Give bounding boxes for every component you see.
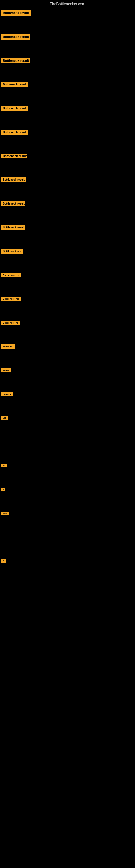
bottleneck-row-11: Bottleneck res bbox=[0, 246, 135, 270]
bottleneck-label-2[interactable]: Bottleneck result bbox=[1, 34, 30, 40]
empty-row-26 bbox=[0, 604, 135, 628]
bar-indicator-3 bbox=[1, 846, 1, 849]
bottleneck-label-9[interactable]: Bottleneck result bbox=[1, 201, 26, 206]
empty-row-32 bbox=[0, 748, 135, 771]
bottleneck-label-8[interactable]: Bottleneck result bbox=[1, 177, 26, 182]
bottleneck-label-1[interactable]: Bottleneck result bbox=[1, 10, 31, 16]
empty-row-23 bbox=[0, 533, 135, 557]
empty-row-27 bbox=[0, 628, 135, 652]
bottleneck-row-16: Bottle bbox=[0, 366, 135, 390]
bottleneck-label-24[interactable]: Bo bbox=[1, 559, 6, 563]
bottleneck-row-15: Bottleneck bbox=[0, 342, 135, 366]
bottleneck-row-4: Bottleneck result bbox=[0, 79, 135, 103]
bottleneck-label-16[interactable]: Bottle bbox=[1, 368, 10, 372]
bar-row-33 bbox=[0, 771, 135, 795]
bottleneck-label-13[interactable]: Bottleneck res bbox=[1, 297, 21, 301]
bottleneck-row-12: Bottleneck res bbox=[0, 270, 135, 294]
bottleneck-label-5[interactable]: Bottleneck result bbox=[1, 106, 28, 111]
bottleneck-row-3: Bottleneck result bbox=[0, 55, 135, 79]
bottleneck-label-10[interactable]: Bottleneck result bbox=[1, 225, 25, 230]
bottleneck-label-15[interactable]: Bottleneck bbox=[1, 344, 15, 348]
bar-row-36 bbox=[0, 843, 135, 867]
bottleneck-label-17[interactable]: Bottlene bbox=[1, 392, 13, 396]
bottleneck-label-4[interactable]: Bottleneck result bbox=[1, 82, 28, 87]
bottleneck-row-20: Bot bbox=[0, 461, 135, 485]
bottleneck-row-10: Bottleneck result bbox=[0, 222, 135, 246]
bottleneck-row-5: Bottleneck result bbox=[0, 103, 135, 127]
bottleneck-label-12[interactable]: Bottleneck res bbox=[1, 273, 21, 277]
bottleneck-label-14[interactable]: Bottleneck re bbox=[1, 321, 20, 325]
empty-row-30 bbox=[0, 700, 135, 724]
bottleneck-row-6: Bottleneck result bbox=[0, 127, 135, 151]
bottleneck-row-22: Bottle bbox=[0, 509, 135, 533]
bottleneck-row-8: Bottleneck result bbox=[0, 175, 135, 198]
bottleneck-label-20[interactable]: Bot bbox=[1, 464, 7, 467]
empty-row-31 bbox=[0, 724, 135, 748]
empty-row-25 bbox=[0, 581, 135, 604]
bottleneck-row-17: Bottlene bbox=[0, 390, 135, 413]
bar-row-35 bbox=[0, 819, 135, 843]
bottleneck-label-3[interactable]: Bottleneck result bbox=[1, 58, 30, 63]
bar-indicator-1 bbox=[1, 774, 1, 778]
bottleneck-row-9: Bottleneck result bbox=[0, 198, 135, 222]
site-title: TheBottlenecker.com bbox=[0, 0, 135, 8]
bottleneck-label-6[interactable]: Bottleneck result bbox=[1, 130, 28, 134]
empty-row-34 bbox=[0, 795, 135, 819]
bar-indicator-2 bbox=[1, 822, 1, 826]
bottleneck-label-11[interactable]: Bottleneck res bbox=[1, 249, 23, 254]
bottleneck-label-21[interactable]: B bbox=[1, 488, 5, 491]
bottleneck-row-2: Bottleneck result bbox=[0, 31, 135, 55]
empty-row-29 bbox=[0, 676, 135, 700]
bottleneck-row-21: B bbox=[0, 485, 135, 509]
bottleneck-label-7[interactable]: Bottleneck result bbox=[1, 154, 27, 158]
bottleneck-label-18[interactable]: Bot bbox=[1, 416, 8, 420]
bottleneck-row-13: Bottleneck res bbox=[0, 294, 135, 318]
bottleneck-row-18: Bot bbox=[0, 413, 135, 437]
empty-row-19 bbox=[0, 437, 135, 461]
bottleneck-label-22[interactable]: Bottle bbox=[1, 512, 9, 515]
bottleneck-row-1: Bottleneck result bbox=[0, 8, 135, 31]
bottleneck-row-24: Bo bbox=[0, 557, 135, 581]
empty-row-28 bbox=[0, 652, 135, 676]
bottleneck-row-7: Bottleneck result bbox=[0, 151, 135, 175]
bottleneck-row-14: Bottleneck re bbox=[0, 318, 135, 342]
